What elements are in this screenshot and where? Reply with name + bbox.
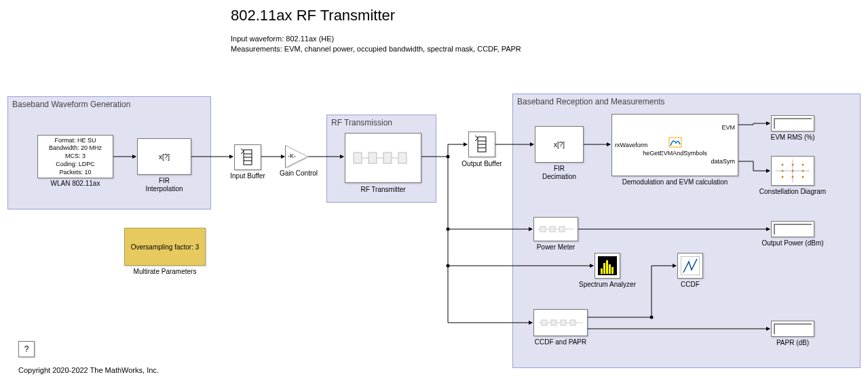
spectrum-icon (598, 256, 617, 275)
svg-rect-5 (369, 153, 377, 163)
block-power-display[interactable] (771, 221, 814, 237)
svg-point-19 (792, 164, 794, 166)
label-fir-interpolation: FIR Interpolation (137, 177, 191, 193)
svg-rect-7 (398, 153, 407, 163)
subtitle-line-1: Input waveform: 802.11ax (HE) (231, 35, 334, 43)
label-rf-transmitter: RF Transmitter (345, 186, 421, 194)
ccdf-papr-icon (539, 316, 582, 329)
port-evm: EVM (721, 124, 735, 131)
svg-rect-32 (601, 268, 603, 274)
buffer-icon (474, 136, 490, 153)
annotation-multirate[interactable]: Oversampling factor: 3 (124, 228, 206, 266)
svg-rect-35 (609, 264, 611, 274)
help-icon: ? (24, 344, 29, 354)
block-ccdf-scope[interactable] (677, 253, 703, 279)
fir-interp-inner: x[?] (159, 153, 170, 161)
block-wlan-source[interactable]: Format: HE SU Bandwidth: 20 MHz MCS: 3 C… (37, 135, 113, 178)
block-output-buffer[interactable] (468, 132, 495, 157)
svg-point-23 (802, 170, 804, 172)
region-title-rf-tx: RF Transmission (331, 118, 392, 127)
label-gain-control: Gain Control (278, 169, 319, 178)
power-meter-icon (537, 222, 574, 236)
label-demod-evm: Demodulation and EVM calculation (611, 178, 738, 186)
block-fir-interpolation[interactable]: x[?] (137, 138, 191, 175)
block-constellation-diagram[interactable] (771, 156, 814, 186)
wlan-param-format: Format: HE SU (54, 137, 96, 145)
block-spectrum-analyzer[interactable] (595, 253, 620, 279)
svg-point-52 (447, 228, 450, 231)
block-power-meter[interactable] (533, 217, 578, 241)
svg-rect-36 (611, 267, 614, 274)
buffer-icon (240, 148, 256, 166)
block-papr-display[interactable] (771, 321, 814, 337)
label-fir-decimation: FIR Decimation (535, 165, 584, 181)
svg-point-25 (792, 176, 794, 178)
svg-rect-4 (354, 153, 362, 163)
label-ccdf-papr: CCDF and PAPR (527, 338, 595, 346)
region-title-baseband-rx: Baseband Reception and Measurements (517, 97, 664, 106)
svg-rect-29 (550, 226, 555, 232)
label-constellation-diagram: Constellation Diagram (757, 188, 828, 196)
svg-rect-33 (603, 263, 605, 274)
svg-point-26 (802, 176, 804, 178)
svg-point-20 (802, 164, 804, 166)
svg-point-22 (792, 170, 794, 172)
svg-point-53 (447, 264, 450, 268)
copyright-text: Copyright 2020-2022 The MathWorks, Inc. (18, 366, 159, 374)
svg-rect-42 (570, 320, 575, 325)
label-ccdf-scope: CCDF (671, 281, 710, 289)
fir-decim-inner: x[?] (554, 140, 565, 149)
ccdf-icon (681, 256, 700, 275)
svg-rect-40 (551, 320, 556, 325)
subtitle-line-2: Measurements: EVM, channel power, occupi… (231, 45, 521, 53)
wlan-param-coding: Coding: LDPC (56, 161, 95, 169)
label-wlan-source: WLAN 802.11ax (37, 180, 113, 188)
label-power-meter: Power Meter (527, 243, 585, 251)
label-power-display: Output Power (dBm) (757, 239, 828, 247)
svg-point-21 (782, 170, 784, 172)
svg-rect-30 (559, 226, 565, 232)
page-title: 802.11ax RF Transmitter (231, 7, 395, 24)
block-rf-transmitter[interactable] (345, 133, 421, 183)
help-button[interactable]: ? (18, 341, 35, 357)
label-papr-display: PAPR (dB) (764, 339, 821, 347)
rf-subsystem-icon (350, 144, 417, 172)
block-demod-evm[interactable]: rxWaveform EVM dataSym heGetEVMAndSymbol… (611, 114, 738, 176)
multirate-text: Oversampling factor: 3 (131, 243, 200, 251)
wlan-param-mcs: MCS: 3 (65, 153, 86, 161)
port-datasym: dataSym (711, 158, 735, 165)
matlab-function-icon (668, 136, 683, 148)
svg-point-24 (782, 176, 784, 178)
block-fir-decimation[interactable]: x[?] (535, 126, 584, 163)
label-spectrum-analyzer: Spectrum Analyzer (575, 281, 639, 289)
svg-rect-6 (383, 153, 392, 163)
wlan-param-bandwidth: Bandwidth: 20 MHz (49, 144, 102, 153)
svg-rect-28 (540, 226, 546, 232)
block-ccdf-papr[interactable] (533, 309, 588, 336)
label-input-buffer: Input Buffer (224, 172, 271, 180)
label-evm-display: EVM RMS (%) (760, 134, 825, 142)
svg-point-48 (447, 155, 450, 159)
block-evm-display[interactable] (771, 115, 814, 132)
wlan-param-packets: Packets: 10 (59, 169, 91, 177)
svg-rect-34 (606, 260, 608, 274)
svg-rect-39 (542, 320, 547, 325)
label-multirate: Multirate Parameters (124, 268, 206, 276)
region-title-baseband-gen: Baseband Waveform Generation (12, 100, 130, 109)
page-subtitle: Input waveform: 802.11ax (HE) Measuremen… (231, 34, 521, 55)
constellation-icon (776, 159, 810, 182)
svg-rect-41 (561, 320, 566, 325)
svg-point-18 (782, 164, 784, 166)
block-input-buffer[interactable] (234, 144, 261, 170)
fn-name-demod: heGetEVMAndSymbols (612, 150, 738, 157)
label-output-buffer: Output Buffer (458, 160, 506, 168)
gain-inner-text: -K- (288, 153, 296, 159)
